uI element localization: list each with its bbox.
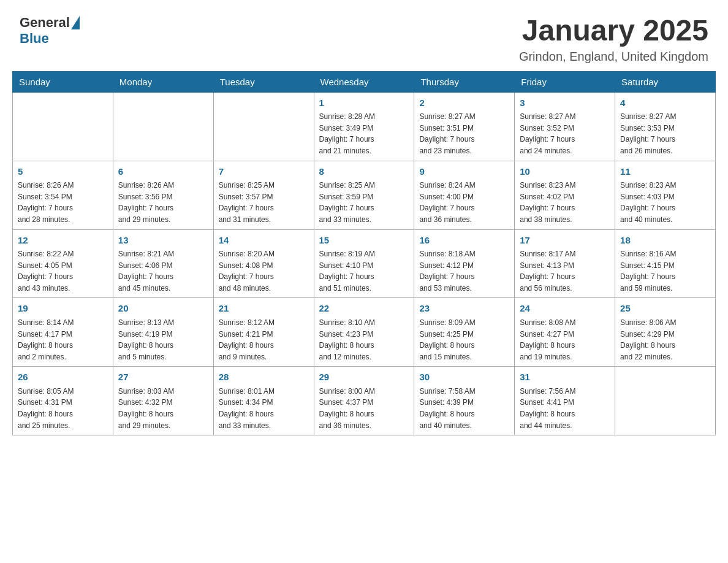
calendar-cell: 30Sunrise: 7:58 AM Sunset: 4:39 PM Dayli… (414, 367, 515, 435)
day-number: 9 (419, 165, 509, 179)
calendar-cell: 26Sunrise: 8:05 AM Sunset: 4:31 PM Dayli… (13, 367, 113, 435)
calendar-wrapper: SundayMondayTuesdayWednesdayThursdayFrid… (0, 71, 728, 448)
calendar-cell: 11Sunrise: 8:23 AM Sunset: 4:03 PM Dayli… (615, 161, 716, 229)
month-title: January 2025 (519, 15, 708, 47)
calendar-cell: 3Sunrise: 8:27 AM Sunset: 3:52 PM Daylig… (515, 92, 615, 161)
day-number: 1 (319, 96, 409, 110)
day-info: Sunrise: 8:27 AM Sunset: 3:52 PM Dayligh… (520, 111, 610, 156)
calendar-cell: 13Sunrise: 8:21 AM Sunset: 4:06 PM Dayli… (113, 229, 213, 298)
calendar-cell: 15Sunrise: 8:19 AM Sunset: 4:10 PM Dayli… (314, 229, 414, 298)
day-number: 28 (219, 370, 309, 385)
day-info: Sunrise: 8:17 AM Sunset: 4:13 PM Dayligh… (520, 248, 610, 294)
day-number: 18 (620, 234, 710, 248)
calendar-table: SundayMondayTuesdayWednesdayThursdayFrid… (12, 71, 716, 435)
day-info: Sunrise: 8:05 AM Sunset: 4:31 PM Dayligh… (18, 386, 108, 431)
day-number: 27 (118, 370, 208, 385)
day-number: 5 (18, 165, 108, 179)
calendar-cell: 14Sunrise: 8:20 AM Sunset: 4:08 PM Dayli… (213, 229, 314, 298)
day-number: 20 (118, 302, 208, 316)
day-number: 15 (319, 234, 409, 248)
day-number: 6 (118, 165, 208, 179)
logo-blue-text: Blue (20, 31, 49, 47)
calendar-week-1: 1Sunrise: 8:28 AM Sunset: 3:49 PM Daylig… (13, 92, 716, 161)
calendar-cell: 12Sunrise: 8:22 AM Sunset: 4:05 PM Dayli… (13, 229, 113, 298)
day-info: Sunrise: 8:23 AM Sunset: 4:03 PM Dayligh… (620, 180, 710, 225)
calendar-cell: 28Sunrise: 8:01 AM Sunset: 4:34 PM Dayli… (213, 367, 314, 435)
day-number: 24 (520, 302, 610, 316)
calendar-cell: 19Sunrise: 8:14 AM Sunset: 4:17 PM Dayli… (13, 298, 113, 367)
calendar-cell: 27Sunrise: 8:03 AM Sunset: 4:32 PM Dayli… (113, 367, 213, 435)
day-number: 4 (620, 96, 710, 110)
day-number: 14 (219, 234, 309, 248)
day-info: Sunrise: 7:56 AM Sunset: 4:41 PM Dayligh… (520, 386, 610, 431)
day-info: Sunrise: 8:13 AM Sunset: 4:19 PM Dayligh… (118, 317, 208, 362)
day-of-week-thursday: Thursday (414, 71, 515, 92)
calendar-cell: 10Sunrise: 8:23 AM Sunset: 4:02 PM Dayli… (515, 161, 615, 229)
calendar-cell: 9Sunrise: 8:24 AM Sunset: 4:00 PM Daylig… (414, 161, 515, 229)
day-number: 17 (520, 234, 610, 248)
logo-triangle-icon (71, 16, 80, 29)
calendar-header: SundayMondayTuesdayWednesdayThursdayFrid… (13, 71, 716, 92)
day-info: Sunrise: 8:18 AM Sunset: 4:12 PM Dayligh… (419, 248, 509, 294)
day-number: 19 (18, 302, 108, 316)
day-number: 31 (520, 370, 610, 385)
day-of-week-sunday: Sunday (13, 71, 113, 92)
logo-general-text: General (20, 15, 70, 31)
calendar-cell (113, 92, 213, 161)
day-info: Sunrise: 8:27 AM Sunset: 3:53 PM Dayligh… (620, 111, 710, 156)
calendar-cell: 20Sunrise: 8:13 AM Sunset: 4:19 PM Dayli… (113, 298, 213, 367)
day-number: 8 (319, 165, 409, 179)
title-area: January 2025 Grindon, England, United Ki… (519, 15, 708, 64)
calendar-week-2: 5Sunrise: 8:26 AM Sunset: 3:54 PM Daylig… (13, 161, 716, 229)
calendar-cell: 24Sunrise: 8:08 AM Sunset: 4:27 PM Dayli… (515, 298, 615, 367)
calendar-cell (615, 367, 716, 435)
day-info: Sunrise: 8:20 AM Sunset: 4:08 PM Dayligh… (219, 248, 309, 294)
calendar-cell: 2Sunrise: 8:27 AM Sunset: 3:51 PM Daylig… (414, 92, 515, 161)
day-info: Sunrise: 8:28 AM Sunset: 3:49 PM Dayligh… (319, 111, 409, 156)
day-info: Sunrise: 7:58 AM Sunset: 4:39 PM Dayligh… (419, 386, 509, 431)
day-of-week-monday: Monday (113, 71, 213, 92)
calendar-cell: 5Sunrise: 8:26 AM Sunset: 3:54 PM Daylig… (13, 161, 113, 229)
calendar-cell: 18Sunrise: 8:16 AM Sunset: 4:15 PM Dayli… (615, 229, 716, 298)
day-info: Sunrise: 8:00 AM Sunset: 4:37 PM Dayligh… (319, 386, 409, 431)
calendar-cell: 21Sunrise: 8:12 AM Sunset: 4:21 PM Dayli… (213, 298, 314, 367)
calendar-cell: 29Sunrise: 8:00 AM Sunset: 4:37 PM Dayli… (314, 367, 414, 435)
calendar-cell: 25Sunrise: 8:06 AM Sunset: 4:29 PM Dayli… (615, 298, 716, 367)
day-number: 30 (419, 370, 509, 385)
day-number: 23 (419, 302, 509, 316)
day-info: Sunrise: 8:21 AM Sunset: 4:06 PM Dayligh… (118, 248, 208, 294)
day-info: Sunrise: 8:12 AM Sunset: 4:21 PM Dayligh… (219, 317, 309, 362)
day-info: Sunrise: 8:23 AM Sunset: 4:02 PM Dayligh… (520, 180, 610, 225)
calendar-cell (213, 92, 314, 161)
day-of-week-tuesday: Tuesday (213, 71, 314, 92)
day-info: Sunrise: 8:01 AM Sunset: 4:34 PM Dayligh… (219, 386, 309, 431)
day-info: Sunrise: 8:25 AM Sunset: 3:59 PM Dayligh… (319, 180, 409, 225)
day-number: 3 (520, 96, 610, 110)
calendar-cell: 31Sunrise: 7:56 AM Sunset: 4:41 PM Dayli… (515, 367, 615, 435)
day-info: Sunrise: 8:27 AM Sunset: 3:51 PM Dayligh… (419, 111, 509, 156)
day-of-week-wednesday: Wednesday (314, 71, 414, 92)
header: General Blue January 2025 Grindon, Engla… (0, 0, 728, 71)
day-info: Sunrise: 8:06 AM Sunset: 4:29 PM Dayligh… (620, 317, 710, 362)
calendar-cell: 4Sunrise: 8:27 AM Sunset: 3:53 PM Daylig… (615, 92, 716, 161)
day-number: 16 (419, 234, 509, 248)
calendar-body: 1Sunrise: 8:28 AM Sunset: 3:49 PM Daylig… (13, 92, 716, 435)
day-number: 10 (520, 165, 610, 179)
day-of-week-friday: Friday (515, 71, 615, 92)
day-number: 7 (219, 165, 309, 179)
calendar-week-5: 26Sunrise: 8:05 AM Sunset: 4:31 PM Dayli… (13, 367, 716, 435)
calendar-cell (13, 92, 113, 161)
day-number: 25 (620, 302, 710, 316)
calendar-cell: 23Sunrise: 8:09 AM Sunset: 4:25 PM Dayli… (414, 298, 515, 367)
logo: General Blue (20, 15, 80, 47)
calendar-week-3: 12Sunrise: 8:22 AM Sunset: 4:05 PM Dayli… (13, 229, 716, 298)
day-info: Sunrise: 8:16 AM Sunset: 4:15 PM Dayligh… (620, 248, 710, 294)
location: Grindon, England, United Kingdom (519, 50, 708, 64)
day-info: Sunrise: 8:24 AM Sunset: 4:00 PM Dayligh… (419, 180, 509, 225)
calendar-cell: 1Sunrise: 8:28 AM Sunset: 3:49 PM Daylig… (314, 92, 414, 161)
day-info: Sunrise: 8:22 AM Sunset: 4:05 PM Dayligh… (18, 248, 108, 294)
day-number: 21 (219, 302, 309, 316)
day-info: Sunrise: 8:08 AM Sunset: 4:27 PM Dayligh… (520, 317, 610, 362)
calendar-cell: 17Sunrise: 8:17 AM Sunset: 4:13 PM Dayli… (515, 229, 615, 298)
day-number: 2 (419, 96, 509, 110)
